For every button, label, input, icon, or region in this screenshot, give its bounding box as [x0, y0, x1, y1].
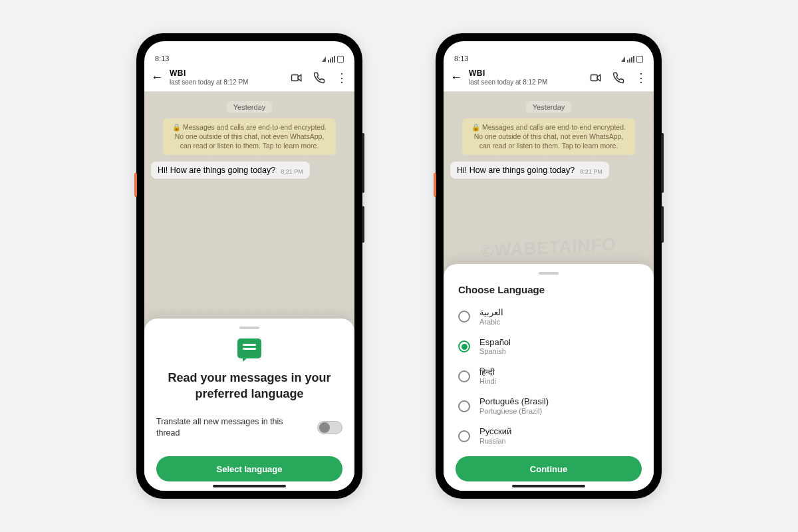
- language-bottom-sheet: Choose Language العربيةArabicEspañolSpan…: [444, 264, 654, 491]
- language-english-label: Arabic: [479, 318, 503, 327]
- sheet-grab-handle[interactable]: [239, 327, 259, 329]
- radio-icon[interactable]: [458, 311, 470, 323]
- sheet-grab-handle[interactable]: [539, 272, 559, 275]
- back-icon[interactable]: ←: [151, 70, 163, 84]
- video-call-icon[interactable]: [590, 72, 602, 84]
- radio-icon[interactable]: [458, 340, 470, 352]
- translate-bottom-sheet: Read your messages in your preferred lan…: [144, 319, 354, 491]
- nav-gesture-bar[interactable]: [213, 485, 286, 487]
- status-bar: 8:13: [444, 41, 654, 64]
- svg-rect-1: [591, 74, 598, 80]
- voice-call-icon[interactable]: [313, 72, 325, 84]
- language-option[interactable]: EspañolSpanish: [456, 332, 642, 362]
- contact-name[interactable]: WBI: [170, 69, 284, 78]
- last-seen-label: last seen today at 8:12 PM: [170, 78, 284, 86]
- language-english-label: Portuguese (Brazil): [479, 407, 549, 416]
- radio-icon[interactable]: [458, 400, 470, 412]
- continue-button[interactable]: Continue: [456, 456, 642, 481]
- language-option[interactable]: العربيةArabic: [456, 302, 642, 332]
- radio-icon[interactable]: [458, 370, 470, 382]
- phone-volume-button: [661, 133, 664, 193]
- clock: 8:13: [155, 55, 169, 63]
- last-seen-label: last seen today at 8:12 PM: [469, 78, 583, 86]
- signal-icon: [328, 56, 335, 63]
- status-icons: [322, 56, 344, 63]
- status-bar: 8:13: [144, 41, 354, 64]
- nav-gesture-bar[interactable]: [512, 485, 585, 487]
- phone-mockup-right: 8:13 ← WBI last seen today at 8:12 PM ⋮ …: [436, 33, 662, 499]
- contact-name[interactable]: WBI: [469, 69, 583, 78]
- language-native-label: العربية: [479, 307, 503, 318]
- radio-icon[interactable]: [458, 430, 470, 442]
- language-native-label: हिन्दी: [479, 367, 496, 378]
- toggle-label: Translate all new messages in this threa…: [156, 416, 308, 439]
- language-option[interactable]: Português (Brasil)Portuguese (Brazil): [456, 391, 642, 421]
- language-option[interactable]: РусскийRussian: [456, 421, 642, 451]
- more-icon[interactable]: ⋮: [635, 72, 647, 84]
- wifi-icon: [621, 57, 625, 62]
- language-english-label: Spanish: [479, 347, 511, 356]
- language-native-label: Español: [479, 337, 511, 348]
- chat-header: ← WBI last seen today at 8:12 PM ⋮: [444, 64, 654, 92]
- voice-call-icon[interactable]: [612, 72, 624, 84]
- select-language-button[interactable]: Select language: [156, 456, 342, 481]
- phone-power-button: [362, 206, 364, 243]
- phone-screen-left: 8:13 ← WBI last seen today at 8:12 PM ⋮ …: [144, 41, 354, 491]
- language-list: العربيةArabicEspañolSpanishहिन्दीHindiPo…: [456, 302, 642, 451]
- translate-icon: [237, 338, 261, 358]
- video-call-icon[interactable]: [291, 72, 303, 84]
- language-english-label: Russian: [479, 437, 511, 446]
- language-native-label: Português (Brasil): [479, 396, 549, 407]
- phone-screen-right: 8:13 ← WBI last seen today at 8:12 PM ⋮ …: [444, 41, 654, 491]
- wifi-icon: [322, 57, 326, 62]
- back-icon[interactable]: ←: [450, 70, 462, 84]
- battery-icon: [636, 56, 643, 63]
- svg-rect-0: [292, 74, 299, 80]
- sheet-title: Read your messages in your preferred lan…: [156, 370, 342, 402]
- clock: 8:13: [454, 55, 468, 63]
- phone-side-button: [434, 173, 436, 197]
- chat-header: ← WBI last seen today at 8:12 PM ⋮: [144, 64, 354, 92]
- phone-side-button: [134, 173, 137, 197]
- translate-toggle[interactable]: [317, 421, 342, 434]
- more-icon[interactable]: ⋮: [336, 72, 348, 84]
- language-english-label: Hindi: [479, 377, 496, 386]
- phone-volume-button: [362, 133, 364, 193]
- status-icons: [621, 56, 643, 63]
- phone-power-button: [661, 206, 664, 243]
- language-native-label: Русский: [479, 426, 511, 437]
- sheet-title: Choose Language: [458, 284, 642, 295]
- translate-toggle-row: Translate all new messages in this threa…: [156, 416, 342, 439]
- phone-mockup-left: 8:13 ← WBI last seen today at 8:12 PM ⋮ …: [136, 33, 362, 499]
- language-option[interactable]: हिन्दीHindi: [456, 362, 642, 392]
- battery-icon: [337, 56, 344, 63]
- signal-icon: [627, 56, 634, 63]
